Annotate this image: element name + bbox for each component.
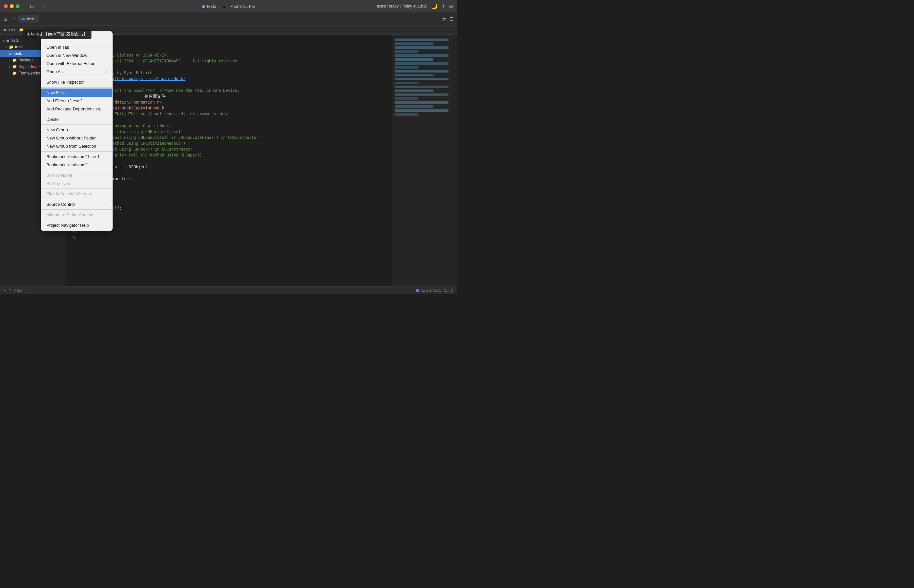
menu-label-open-as: Open As	[46, 69, 63, 74]
filter-expand-icon[interactable]: ⌄	[25, 288, 28, 292]
m-file-icon: m	[9, 52, 13, 55]
menu-add-files[interactable]: Add Files to "tests"...	[41, 97, 112, 105]
add-file-icon[interactable]: +	[4, 288, 6, 292]
menu-show-file-inspector[interactable]: Show File Inspector	[41, 78, 112, 86]
menu-label-sort-name: Sort by Name	[46, 173, 72, 178]
nav-forward-icon[interactable]: ›	[14, 16, 16, 21]
menu-show-in-finder[interactable]: Show in Finder	[41, 33, 112, 41]
menu-label-new-group-from-selection: New Group from Selection	[46, 144, 96, 149]
folder-icon: 📁	[9, 45, 14, 49]
refresh-icon[interactable]: ⇄	[442, 16, 446, 21]
breadcrumb-m-icon: m	[36, 28, 40, 32]
status-dot	[416, 289, 420, 292]
menu-new-file[interactable]: New File...	[41, 89, 112, 97]
menu-label-source-control: Source Control	[46, 202, 75, 207]
menu-label-open-window: Open in New Window	[46, 53, 87, 58]
package-folder-icon: 📁	[12, 58, 17, 62]
sidebar-frameworks-label: Frameworks	[18, 71, 40, 76]
menu-label-add-package: Add Package Dependencies...	[46, 107, 103, 111]
view-toggle-icon[interactable]: ☰	[449, 16, 454, 21]
split-view-icon[interactable]: ⊟	[449, 3, 453, 9]
sidebar-file-label: tests	[14, 51, 22, 56]
menu-new-group[interactable]: New Group	[41, 126, 112, 134]
menu-label-open-tab: Open in Tab	[46, 45, 69, 50]
breadcrumb-sep: ›	[218, 4, 219, 9]
editor-area[interactable]: 2	[65, 35, 392, 294]
menu-add-package-deps[interactable]: Add Package Dependencies...	[41, 105, 112, 113]
current-tab[interactable]: m tests	[18, 15, 39, 23]
grid-icon[interactable]: ⊞	[3, 16, 7, 21]
menu-bookmark-line[interactable]: Bookmark "tests.mm" Line 1	[41, 153, 112, 161]
menu-label-sort-type: Sort by Type	[46, 181, 70, 186]
arrow-icon: ▾	[3, 39, 4, 42]
frameworks-folder-icon: 📁	[12, 71, 17, 76]
menu-label-migrate: Migrate to String Catalog...	[46, 212, 97, 217]
second-toolbar: ⊞ ‹ › m tests ⇄ ☰	[0, 13, 457, 26]
menu-label-new-group: New Group	[46, 128, 68, 132]
code-lines: // tests.mm // Created by Liuless on 202…	[80, 35, 392, 294]
file-tab-icon: m	[22, 17, 25, 21]
menu-sep-2	[41, 77, 112, 77]
menu-open-as[interactable]: Open As ›	[41, 68, 112, 76]
menu-label-show-inspector: Show File Inspector	[46, 80, 84, 85]
menu-label-delete: Delete	[46, 117, 59, 122]
project-name: tests	[207, 4, 216, 9]
menu-source-control[interactable]: Source Control ›	[41, 200, 112, 208]
menu-open-in-tab[interactable]: Open in Tab	[41, 43, 112, 51]
traffic-lights	[4, 4, 19, 8]
arrow-supporting-icon: ›	[9, 65, 10, 69]
menu-sep-9	[41, 199, 112, 199]
menu-open-in-new-window[interactable]: Open in New Window	[41, 51, 112, 60]
right-panel-content	[392, 35, 457, 120]
close-button[interactable]	[4, 4, 8, 8]
nav-back-icon[interactable]: ‹	[10, 16, 11, 21]
menu-new-group-without-folder[interactable]: New Group without Folder	[41, 134, 112, 142]
context-menu: Show in Finder Open in Tab Open in New W…	[41, 31, 113, 231]
filter-label[interactable]: Filter	[14, 288, 22, 292]
menu-label-open-external: Open with External Editor	[46, 61, 94, 66]
back-icon[interactable]: ‹	[38, 3, 40, 9]
arrow-expand-icon: ▾	[5, 45, 7, 49]
menu-sort-by-name: Sort by Name	[41, 171, 112, 179]
menu-sep-8	[41, 189, 112, 189]
menu-sep-7	[41, 170, 112, 170]
status-right: Line 1 Col 1 Obj-C	[416, 288, 453, 292]
supporting-folder-icon: 📁	[12, 65, 17, 69]
device-name: iPhone 15 Pro	[229, 4, 255, 9]
minimap	[395, 39, 454, 116]
status-bar: + ⊕ Filter ⌄ Line 1 Col 1 Obj-C	[0, 286, 457, 294]
menu-label-add-files: Add Files to "tests"...	[46, 99, 86, 103]
status-text: tests: Ready | Today at 18:30	[377, 4, 427, 8]
menu-bookmark-file[interactable]: Bookmark "tests.mm"	[41, 161, 112, 169]
menu-sort-by-type: Sort by Type	[41, 179, 112, 187]
menu-sep-11	[41, 220, 112, 220]
breadcrumb-item-1[interactable]: tests	[8, 28, 15, 32]
add-button[interactable]: +	[442, 3, 445, 10]
menu-sep-3	[41, 87, 112, 87]
titlebar-right: tests: Ready | Today at 18:30 🌙 + ⊟	[377, 3, 453, 10]
arrow-collapsed-icon: ›	[9, 58, 10, 62]
menu-open-with-external-editor[interactable]: Open with External Editor	[41, 60, 112, 68]
menu-new-group-from-selection[interactable]: New Group from Selection	[41, 142, 112, 150]
menu-migrate-string-catalog: Migrate to String Catalog...	[41, 211, 112, 219]
menu-delete[interactable]: Delete	[41, 115, 112, 123]
menu-find-in-groups: Find in Selected Groups...	[41, 190, 112, 198]
project-icon: ◼	[202, 4, 205, 9]
line-col-info: Line 1 Col 1	[422, 288, 441, 292]
menu-project-navigator-help[interactable]: Project Navigator Help	[41, 221, 112, 229]
arrow-frameworks-icon: ›	[9, 71, 10, 75]
fullscreen-button[interactable]	[16, 4, 19, 8]
titlebar: ⊡ ‹ › ◼ tests › 📱 iPhone 15 Pro tests: R…	[0, 0, 457, 13]
notification-icon[interactable]: 🌙	[431, 3, 438, 10]
minimize-button[interactable]	[10, 4, 14, 8]
menu-label-find-groups: Find in Selected Groups...	[46, 191, 95, 196]
menu-label-new-group-no-folder: New Group without Folder	[46, 136, 96, 141]
menu-label-bookmark-file: Bookmark "tests.mm"	[46, 162, 87, 167]
sidebar-toggle-icon[interactable]: ⊡	[30, 3, 34, 9]
device-icon: 📱	[221, 4, 227, 9]
breadcrumb-sep-2: ›	[34, 28, 35, 32]
breadcrumb-item-2[interactable]: tests	[25, 28, 32, 32]
forward-icon[interactable]: ›	[44, 3, 45, 9]
menu-label-new-file: New File...	[46, 90, 66, 95]
sidebar-folder-label: tests	[15, 45, 23, 49]
